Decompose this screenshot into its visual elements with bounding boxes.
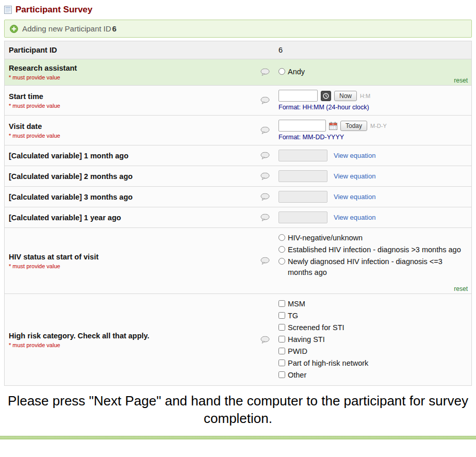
field-comment-icon[interactable] (260, 214, 270, 221)
participant-id-label: Participant ID (9, 46, 256, 54)
high-risk-option[interactable]: TG (278, 311, 467, 321)
time-hint: H:M (360, 93, 370, 99)
option-label: Newly diagnosed HIV infection - diagnosi… (288, 256, 467, 278)
radio-hiv-established[interactable] (278, 246, 285, 253)
view-equation-link[interactable]: View equation (334, 214, 375, 221)
checkbox-tg[interactable] (278, 312, 285, 319)
option-label: PWID (288, 346, 307, 357)
view-equation-link[interactable]: View equation (334, 172, 375, 180)
row-visit-date: Visit date * must provide value (5, 116, 471, 145)
calc-label: [Calculated variable] 1 month ago (9, 152, 256, 160)
field-comment-icon[interactable] (260, 96, 270, 104)
option-label: Other (288, 370, 306, 381)
calc-label: [Calculated variable] 1 year ago (9, 214, 256, 222)
field-comment-icon[interactable] (260, 172, 270, 180)
option-label: Part of high-risk network (288, 358, 368, 369)
time-format-note: Format: HH:MM (24-hour clock) (278, 104, 467, 111)
visit-date-label: Visit date (9, 122, 256, 130)
high-risk-option[interactable]: PWID (278, 346, 467, 357)
view-equation-link[interactable]: View equation (334, 193, 375, 201)
start-time-input[interactable] (278, 90, 318, 102)
hiv-status-option[interactable]: Newly diagnosed HIV infection - diagnosi… (278, 256, 467, 278)
now-button[interactable]: Now (334, 91, 357, 101)
high-risk-option[interactable]: MSM (278, 299, 467, 309)
svg-text:31: 31 (332, 123, 334, 125)
reset-link[interactable]: reset (454, 285, 468, 292)
row-hiv-status: HIV status at start of visit * must prov… (5, 228, 471, 294)
row-calc-1-year: [Calculated variable] 1 year ago View eq… (5, 207, 471, 228)
row-research-assistant: Research assistant * must provide value … (5, 59, 471, 86)
option-label: Andy (288, 67, 305, 77)
required-note: * must provide value (9, 74, 256, 80)
radio-hiv-newly-diagnosed[interactable] (278, 258, 285, 265)
hiv-status-option[interactable]: Established HIV infection - diagnosis >3… (278, 244, 467, 255)
row-start-time: Start time * must provide value Now (5, 86, 471, 116)
start-time-label: Start time (9, 92, 256, 101)
banner-text: Adding new Participant ID6 (22, 24, 117, 33)
checkbox-screened-sti[interactable] (278, 324, 285, 331)
required-note: * must provide value (9, 103, 256, 109)
field-comment-icon[interactable] (260, 193, 270, 201)
date-hint: M-D-Y (370, 123, 387, 129)
option-label: Screened for STI (288, 322, 344, 333)
field-comment-icon[interactable] (260, 257, 270, 265)
calc-input (278, 170, 327, 182)
checkbox-msm[interactable] (278, 300, 285, 307)
calc-label: [Calculated variable] 2 months ago (9, 172, 256, 181)
high-risk-option[interactable]: Screened for STI (278, 322, 467, 333)
today-button[interactable]: Today (340, 121, 367, 131)
required-note: * must provide value (9, 263, 256, 269)
row-high-risk: High risk category. Check all that apply… (5, 294, 471, 386)
section-divider (0, 436, 476, 439)
row-calc-1-month: [Calculated variable] 1 month ago View e… (5, 145, 471, 166)
view-equation-link[interactable]: View equation (334, 152, 375, 159)
radio-andy[interactable] (278, 68, 285, 75)
high-risk-option[interactable]: Having STI (278, 334, 467, 345)
calc-input (278, 150, 327, 161)
high-risk-option[interactable]: Other (278, 370, 467, 381)
checkbox-having-sti[interactable] (278, 336, 285, 342)
option-label: Having STI (288, 334, 325, 345)
participant-id-value: 6 (278, 46, 467, 54)
checkbox-high-risk-network[interactable] (278, 360, 285, 366)
required-note: * must provide value (9, 342, 256, 348)
checkbox-other[interactable] (278, 371, 285, 378)
hiv-status-label: HIV status at start of visit (9, 253, 256, 261)
high-risk-option[interactable]: Part of high-risk network (278, 358, 467, 369)
checkbox-pwid[interactable] (278, 348, 285, 354)
add-record-icon (10, 25, 18, 33)
page-title: Participant Survey (15, 5, 92, 15)
radio-hiv-negative[interactable] (278, 234, 285, 241)
research-assistant-option[interactable]: Andy (278, 67, 467, 77)
instruction-text: Please press "Next Page" and hand the co… (0, 386, 476, 436)
reset-link[interactable]: reset (454, 77, 468, 84)
calc-label: [Calculated variable] 3 months ago (9, 193, 256, 201)
visit-date-input[interactable] (278, 120, 326, 132)
required-note: * must provide value (9, 133, 256, 139)
row-calc-2-months: [Calculated variable] 2 months ago View … (5, 166, 471, 187)
date-format-note: Format: MM-DD-YYYY (278, 134, 467, 141)
field-comment-icon[interactable] (260, 152, 270, 159)
calc-input (278, 211, 327, 223)
new-record-banner: Adding new Participant ID6 (4, 20, 472, 38)
option-label: Established HIV infection - diagnosis >3… (288, 244, 461, 255)
survey-form: Participant ID 6 Research assistant * mu… (4, 41, 472, 386)
title-bar: Participant Survey (0, 0, 476, 19)
field-comment-icon[interactable] (260, 126, 270, 134)
research-assistant-label: Research assistant (9, 64, 256, 72)
calc-input (278, 191, 327, 203)
row-participant-id: Participant ID 6 (5, 41, 471, 59)
option-label: MSM (288, 299, 305, 309)
high-risk-label: High risk category. Check all that apply… (9, 332, 256, 340)
field-comment-icon[interactable] (260, 69, 270, 76)
option-label: HIV-negative/unknown (288, 233, 363, 243)
calendar-icon[interactable]: 31 (329, 122, 337, 130)
time-picker-icon[interactable] (321, 91, 331, 101)
row-calc-3-months: [Calculated variable] 3 months ago View … (5, 187, 471, 207)
banner-record-id: 6 (112, 24, 117, 33)
field-comment-icon[interactable] (260, 336, 270, 344)
option-label: TG (288, 311, 298, 321)
instrument-icon (4, 6, 12, 14)
hiv-status-option[interactable]: HIV-negative/unknown (278, 233, 467, 243)
